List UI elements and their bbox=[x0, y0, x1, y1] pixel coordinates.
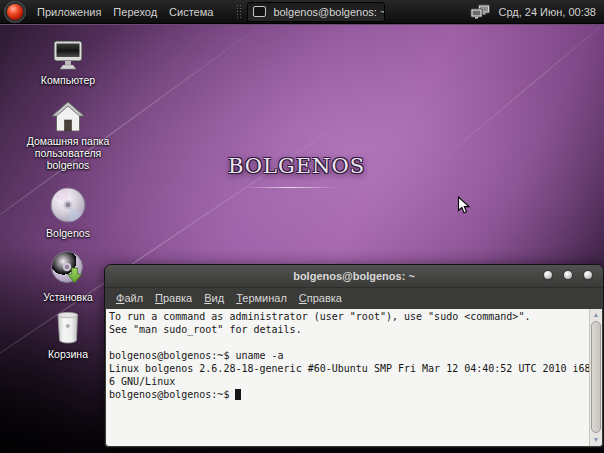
terminal-window: bolgenos@bolgenos: ~ Файл Правка Вид Тер… bbox=[104, 264, 604, 448]
terminal-line: bolgenos@bolgenos:~$ uname -a bbox=[109, 349, 602, 362]
cd-install-arrow-icon bbox=[48, 250, 88, 288]
desktop-icon-label: Корзина bbox=[48, 348, 88, 360]
desktop-icon-label: Установка bbox=[43, 291, 93, 303]
terminal-line: Linux bolgenos 2.6.28-18-generic #60-Ubu… bbox=[109, 362, 602, 375]
wallpaper-brand-text: BOLGENOS bbox=[228, 154, 365, 178]
wallpaper-brand-underline bbox=[245, 187, 337, 188]
terminal-prompt-line: bolgenos@bolgenos:~$ bbox=[109, 388, 602, 401]
menu-view[interactable]: Вид bbox=[198, 290, 230, 306]
terminal-line bbox=[109, 336, 602, 349]
desktop-screen: BOLGENOS Приложения Переход Система bolg… bbox=[0, 0, 604, 453]
panel-drag-handle[interactable] bbox=[236, 4, 242, 20]
terminal-screen[interactable]: To run a command as administrator (user … bbox=[106, 309, 602, 446]
desktop-icon-install[interactable]: Установка bbox=[20, 250, 116, 303]
desktop-icon-label: Домашняя папка пользователя bolgenos bbox=[20, 135, 116, 171]
window-close-button[interactable] bbox=[584, 271, 592, 279]
scroll-down-arrow[interactable]: ▼ bbox=[590, 434, 602, 446]
computer-monitor-icon bbox=[50, 40, 86, 71]
wallpaper-streak bbox=[415, 24, 604, 182]
desktop-icon-label: Bolgenos bbox=[46, 227, 90, 239]
menu-file[interactable]: Файл bbox=[110, 290, 149, 306]
cd-disc-icon bbox=[48, 186, 88, 224]
panel-menu-places[interactable]: Переход bbox=[107, 0, 163, 23]
menu-help[interactable]: Справка bbox=[293, 290, 348, 306]
terminal-titlebar[interactable]: bolgenos@bolgenos: ~ bbox=[105, 265, 603, 288]
desktop-icon-label: Компьютер bbox=[41, 74, 95, 86]
desktop-icon-home[interactable]: Домашняя папка пользователя bolgenos bbox=[20, 101, 116, 171]
scroll-up-arrow[interactable]: ▲ bbox=[590, 309, 602, 321]
terminal-scrollbar[interactable]: ▲ ▼ bbox=[589, 309, 602, 446]
panel-menu-system[interactable]: Система bbox=[163, 0, 219, 23]
scrollbar-thumb[interactable] bbox=[591, 321, 601, 433]
desktop-icon-computer[interactable]: Компьютер bbox=[20, 40, 116, 86]
taskbar-window-label: bolgenos@bolgenos: ~ bbox=[273, 6, 385, 18]
top-panel: Приложения Переход Система bolgenos@bolg… bbox=[0, 0, 604, 24]
network-computers-icon[interactable] bbox=[470, 4, 491, 20]
window-buttons bbox=[544, 271, 592, 279]
terminal-cursor bbox=[235, 389, 241, 400]
terminal-line: 6 GNU/Linux bbox=[109, 375, 602, 388]
terminal-line: To run a command as administrator (user … bbox=[109, 310, 602, 323]
terminal-menubar: Файл Правка Вид Терминал Справка bbox=[105, 288, 603, 308]
bolgenos-main-menu-icon[interactable] bbox=[7, 4, 23, 20]
panel-menu-applications[interactable]: Приложения bbox=[31, 0, 107, 23]
terminal-prompt: bolgenos@bolgenos:~$ bbox=[109, 389, 235, 400]
terminal-line: See "man sudo_root" for details. bbox=[109, 323, 602, 336]
desktop-icon-bolgenos-cd[interactable]: Bolgenos bbox=[20, 186, 116, 239]
menu-terminal[interactable]: Терминал bbox=[230, 290, 293, 306]
terminal-icon bbox=[253, 6, 266, 17]
menu-edit[interactable]: Правка bbox=[149, 290, 198, 306]
taskbar-window-button[interactable]: bolgenos@bolgenos: ~ bbox=[247, 2, 385, 22]
clock[interactable]: Срд, 24 Июн, 00:38 bbox=[496, 6, 598, 18]
window-maximize-button[interactable] bbox=[564, 271, 572, 279]
trash-bin-icon bbox=[54, 311, 82, 345]
window-minimize-button[interactable] bbox=[544, 271, 552, 279]
desktop-icon-trash[interactable]: Корзина bbox=[20, 311, 116, 360]
terminal-title: bolgenos@bolgenos: ~ bbox=[293, 270, 415, 282]
home-folder-icon bbox=[51, 101, 85, 132]
